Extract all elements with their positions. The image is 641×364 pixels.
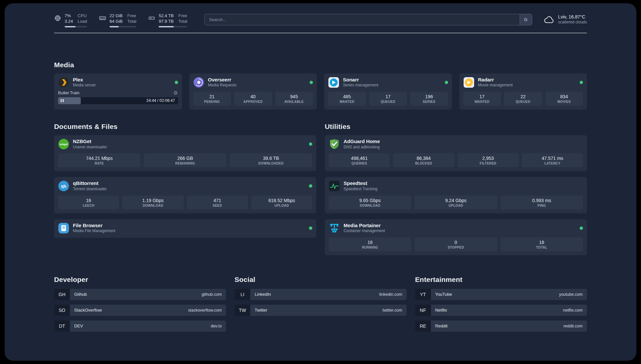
service-description: Torrent downloader [73,187,107,192]
service-description: Series management [343,83,378,88]
topbar: 7% 3.24 CPU Load [54,13,587,27]
service-card-radarr[interactable]: Radarr Movie management 17 WANTED 22 QUE… [459,74,587,109]
service-card-overseerr[interactable]: Overseerr Media Requests 21 PENDING 40 A… [189,74,317,109]
gear-icon[interactable]: ⚙ [173,90,178,95]
disk-icon [148,15,155,22]
memory-free-value: 22 GiB [109,13,123,18]
svg-text:nzbget: nzbget [60,143,68,146]
service-name: Media Portainer [344,223,385,229]
bookmark-github[interactable]: GH Github github.com [54,289,226,300]
status-dot [309,142,312,146]
stat-wanted: 485 WANTED [328,92,366,106]
bookmark-name: DEV [74,323,83,328]
stat-queries: 498,461 QUERIES [329,153,390,167]
bookmark-abbr: NF [415,305,431,316]
disk-label-bottom: Total [178,19,187,24]
bookmark-stackoverflow[interactable]: SO StackOverflow stackoverflow.com [54,305,226,316]
stat-approved: 40 APPROVED [234,92,272,106]
cloud-icon [543,15,555,24]
status-dot [580,81,583,84]
radarr-icon [463,77,474,88]
group-title-social: Social [234,276,406,284]
service-name: Radarr [478,77,513,83]
service-description: Media Requests [208,83,237,88]
playback-time: 24:44 / 02:06:47 [146,98,175,103]
bookmark-reddit[interactable]: RE Reddit reddit.com [415,320,587,332]
bookmark-netflix[interactable]: NF Netflix netflix.com [415,305,587,316]
stat-running: 16 RUNNING [329,237,411,251]
speedtest-icon [329,180,340,192]
topbar-divider [54,33,587,33]
stat-download: 9.65 Gbps DOWNLOAD [329,196,411,209]
service-card-qbittorrent[interactable]: qb qBittorrent Torrent downloader 16 [54,177,316,213]
group-title-media: Media [54,61,587,69]
bookmark-domain: reddit.com [564,324,583,328]
stat-movies: 834 MOVIES [545,92,583,106]
service-description: Container management [344,228,385,234]
service-name: Sonarr [343,77,378,83]
filebrowser-icon [58,223,69,234]
stat-stopped: 0 STOPPED [414,237,497,251]
memory-label-top: Free [127,13,136,18]
svg-text:qb: qb [61,184,66,189]
service-card-filebrowser[interactable]: File Browser Media File Management [54,219,316,238]
stat-queued: 17 QUEUED [369,92,407,106]
bookmark-abbr: GH [54,289,70,300]
pause-icon[interactable] [61,99,64,102]
bookmark-group-entertainment: Entertainment YT YouTube youtube.com NF … [415,276,587,336]
service-card-sonarr[interactable]: Sonarr Series management 485 WANTED 17 Q… [324,74,452,109]
group-utilities: Utilities [325,123,587,255]
sonarr-icon [328,77,339,88]
weather-location: Lviv, 16.87°C [558,14,587,20]
cpu-sub-value: 3.24 [65,19,73,24]
bookmark-abbr: SO [54,305,70,316]
adguard-icon [329,138,340,150]
status-dot [309,227,312,230]
bookmark-youtube[interactable]: YT YouTube youtube.com [415,289,587,300]
cpu-value: 7% [65,13,73,18]
bookmark-domain: twitter.com [382,308,402,313]
service-name: Speedtest [344,180,378,187]
search-provider-button[interactable]: G [520,14,532,25]
group-documents: Documents & Files nzbget NZBGet Usenet d… [54,123,316,255]
stat-rate: 744.21 Mbps RATE [58,153,140,167]
stat-leech: 16 LEECH [58,196,119,209]
group-media: Media Plex Media server [54,61,587,109]
cpu-icon [54,15,61,22]
bookmark-name: YouTube [435,292,452,297]
memory-progress-bar [109,26,136,27]
bookmark-twitter[interactable]: TW Twitter twitter.com [234,305,406,316]
bookmark-abbr: TW [234,305,250,316]
search-input[interactable] [204,14,532,25]
playback-progress-bar[interactable]: 24:44 / 02:06:47 [58,97,178,104]
bookmark-domain: netflix.com [563,308,583,313]
plex-now-playing: Bullet Train ⚙ 24:44 / 02:06:47 [58,90,178,104]
group-title-utilities: Utilities [325,123,587,131]
service-card-plex[interactable]: Plex Media server Bullet Train ⚙ [54,74,182,109]
service-card-nzbget[interactable]: nzbget NZBGet Usenet downloader 744.21 M… [54,135,316,171]
service-card-speedtest[interactable]: Speedtest Speedtest Tracking 9.65 Gbps D… [325,177,587,213]
stat-available: 945 AVAILABLE [275,92,313,106]
search-bar: G [204,14,532,25]
status-dot [309,184,312,188]
stat-seed: 471 SEED [187,196,248,209]
service-description: Media File Management [73,228,115,234]
bookmark-dev[interactable]: DT DEV dev.to [54,320,226,332]
overseerr-icon [193,77,204,88]
bookmark-abbr: RE [415,320,431,332]
group-title-developer: Developer [54,276,226,284]
group-title-documents: Documents & Files [54,123,316,131]
bookmark-linkedin[interactable]: LI LinkedIn linkedin.com [234,289,406,300]
stat-upload: 618.52 Mbps UPLOAD [251,196,312,209]
stat-wanted: 17 WANTED [463,92,501,106]
stat-download: 1.19 Gbps DOWNLOAD [122,196,183,209]
bookmark-domain: youtube.com [559,292,583,297]
service-name: qBittorrent [73,180,107,187]
bookmark-name: Reddit [435,323,448,328]
stat-downloaded: 39.6 TB DOWNLOADED [230,153,312,167]
service-card-portainer[interactable]: Media Portainer Container management 16 … [325,219,587,255]
memory-label-bottom: Total [127,19,136,24]
bookmark-name: LinkedIn [255,292,271,297]
service-card-adguard[interactable]: AdGuard Home DNS and adblocking 498,461 … [325,135,587,171]
service-description: Usenet downloader [73,145,107,150]
